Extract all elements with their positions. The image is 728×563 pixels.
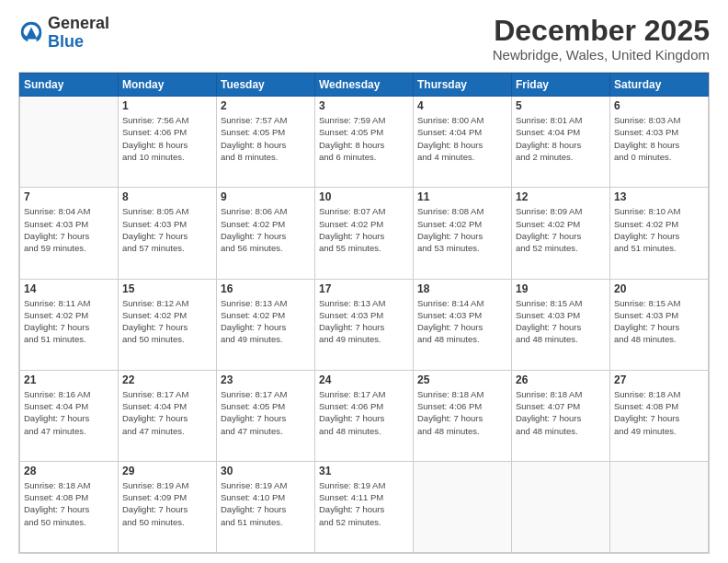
day-info: Sunrise: 8:18 AMSunset: 4:07 PMDaylight:… — [516, 388, 606, 437]
day-number: 12 — [516, 190, 606, 203]
header-thursday: Thursday — [414, 74, 512, 97]
table-row: 27Sunrise: 8:18 AMSunset: 4:08 PMDayligh… — [610, 370, 709, 461]
table-row: 24Sunrise: 8:17 AMSunset: 4:06 PMDayligh… — [315, 370, 414, 461]
table-row: 25Sunrise: 8:18 AMSunset: 4:06 PMDayligh… — [414, 370, 512, 461]
day-number: 19 — [516, 282, 606, 295]
day-info: Sunrise: 8:09 AMSunset: 4:02 PMDaylight:… — [516, 205, 606, 254]
table-row: 19Sunrise: 8:15 AMSunset: 4:03 PMDayligh… — [512, 279, 610, 370]
day-number: 25 — [417, 373, 507, 386]
day-info: Sunrise: 8:15 AMSunset: 4:03 PMDaylight:… — [614, 297, 704, 346]
day-number: 31 — [319, 465, 409, 477]
day-info: Sunrise: 8:10 AMSunset: 4:02 PMDaylight:… — [614, 205, 704, 254]
header-friday: Friday — [512, 74, 610, 97]
day-number: 20 — [614, 282, 704, 295]
table-row — [610, 461, 709, 552]
day-info: Sunrise: 7:56 AMSunset: 4:06 PMDaylight:… — [122, 114, 212, 163]
header-sunday: Sunday — [20, 74, 119, 97]
table-row: 5Sunrise: 8:01 AMSunset: 4:04 PMDaylight… — [512, 97, 610, 188]
day-number: 17 — [319, 282, 409, 295]
day-info: Sunrise: 8:00 AMSunset: 4:04 PMDaylight:… — [417, 114, 507, 163]
table-row — [20, 97, 119, 188]
day-number: 8 — [122, 190, 212, 203]
table-row: 10Sunrise: 8:07 AMSunset: 4:02 PMDayligh… — [315, 188, 414, 279]
day-number: 24 — [319, 373, 409, 386]
table-row: 17Sunrise: 8:13 AMSunset: 4:03 PMDayligh… — [315, 279, 414, 370]
day-number: 22 — [122, 373, 212, 386]
table-row: 18Sunrise: 8:14 AMSunset: 4:03 PMDayligh… — [414, 279, 512, 370]
logo: General Blue — [18, 15, 109, 52]
logo-icon — [18, 20, 44, 46]
table-row: 7Sunrise: 8:04 AMSunset: 4:03 PMDaylight… — [20, 188, 119, 279]
table-row: 2Sunrise: 7:57 AMSunset: 4:05 PMDaylight… — [217, 97, 315, 188]
day-info: Sunrise: 8:17 AMSunset: 4:06 PMDaylight:… — [319, 388, 409, 437]
logo-text: General Blue — [48, 15, 109, 52]
day-info: Sunrise: 8:15 AMSunset: 4:03 PMDaylight:… — [516, 297, 606, 346]
header-monday: Monday — [119, 74, 217, 97]
table-row: 3Sunrise: 7:59 AMSunset: 4:05 PMDaylight… — [315, 97, 414, 188]
table-row: 13Sunrise: 8:10 AMSunset: 4:02 PMDayligh… — [610, 188, 709, 279]
day-info: Sunrise: 8:01 AMSunset: 4:04 PMDaylight:… — [516, 114, 606, 163]
day-number: 5 — [516, 99, 606, 112]
table-row: 1Sunrise: 7:56 AMSunset: 4:06 PMDaylight… — [119, 97, 217, 188]
day-number: 9 — [221, 190, 311, 203]
table-row: 20Sunrise: 8:15 AMSunset: 4:03 PMDayligh… — [610, 279, 709, 370]
day-info: Sunrise: 8:13 AMSunset: 4:03 PMDaylight:… — [319, 297, 409, 346]
table-row: 15Sunrise: 8:12 AMSunset: 4:02 PMDayligh… — [119, 279, 217, 370]
table-row — [512, 461, 610, 552]
header-tuesday: Tuesday — [217, 74, 315, 97]
day-number: 18 — [417, 282, 507, 295]
table-row: 8Sunrise: 8:05 AMSunset: 4:03 PMDaylight… — [119, 188, 217, 279]
header: General Blue December 2025 Newbridge, Wa… — [18, 15, 710, 63]
header-saturday: Saturday — [610, 74, 709, 97]
day-number: 23 — [221, 373, 311, 386]
table-row: 26Sunrise: 8:18 AMSunset: 4:07 PMDayligh… — [512, 370, 610, 461]
day-number: 6 — [614, 99, 704, 112]
day-info: Sunrise: 7:57 AMSunset: 4:05 PMDaylight:… — [221, 114, 311, 163]
day-info: Sunrise: 8:19 AMSunset: 4:10 PMDaylight:… — [221, 479, 311, 528]
table-row: 28Sunrise: 8:18 AMSunset: 4:08 PMDayligh… — [20, 461, 119, 552]
title-block: December 2025 Newbridge, Wales, United K… — [493, 15, 710, 63]
day-info: Sunrise: 8:03 AMSunset: 4:03 PMDaylight:… — [614, 114, 704, 163]
day-number: 3 — [319, 99, 409, 112]
day-info: Sunrise: 8:08 AMSunset: 4:02 PMDaylight:… — [417, 205, 507, 254]
day-info: Sunrise: 8:13 AMSunset: 4:02 PMDaylight:… — [221, 297, 311, 346]
table-row: 29Sunrise: 8:19 AMSunset: 4:09 PMDayligh… — [119, 461, 217, 552]
table-row: 4Sunrise: 8:00 AMSunset: 4:04 PMDaylight… — [414, 97, 512, 188]
day-number: 4 — [417, 99, 507, 112]
table-row: 6Sunrise: 8:03 AMSunset: 4:03 PMDaylight… — [610, 97, 709, 188]
table-row — [414, 461, 512, 552]
day-number: 16 — [221, 282, 311, 295]
day-info: Sunrise: 8:12 AMSunset: 4:02 PMDaylight:… — [122, 297, 212, 346]
table-row: 11Sunrise: 8:08 AMSunset: 4:02 PMDayligh… — [414, 188, 512, 279]
day-info: Sunrise: 8:07 AMSunset: 4:02 PMDaylight:… — [319, 205, 409, 254]
day-number: 2 — [221, 99, 311, 112]
location: Newbridge, Wales, United Kingdom — [493, 47, 710, 63]
day-info: Sunrise: 8:17 AMSunset: 4:04 PMDaylight:… — [122, 388, 212, 437]
calendar: Sunday Monday Tuesday Wednesday Thursday… — [18, 72, 710, 554]
day-number: 30 — [221, 465, 311, 477]
day-info: Sunrise: 8:06 AMSunset: 4:02 PMDaylight:… — [221, 205, 311, 254]
day-number: 11 — [417, 190, 507, 203]
day-number: 1 — [122, 99, 212, 112]
calendar-header-row: Sunday Monday Tuesday Wednesday Thursday… — [20, 74, 709, 97]
day-number: 10 — [319, 190, 409, 203]
day-info: Sunrise: 8:16 AMSunset: 4:04 PMDaylight:… — [24, 388, 114, 437]
day-number: 27 — [614, 373, 704, 386]
day-info: Sunrise: 8:11 AMSunset: 4:02 PMDaylight:… — [24, 297, 114, 346]
table-row: 23Sunrise: 8:17 AMSunset: 4:05 PMDayligh… — [217, 370, 315, 461]
table-row: 14Sunrise: 8:11 AMSunset: 4:02 PMDayligh… — [20, 279, 119, 370]
day-number: 14 — [24, 282, 114, 295]
table-row: 21Sunrise: 8:16 AMSunset: 4:04 PMDayligh… — [20, 370, 119, 461]
day-number: 28 — [24, 465, 114, 477]
header-wednesday: Wednesday — [315, 74, 414, 97]
table-row: 9Sunrise: 8:06 AMSunset: 4:02 PMDaylight… — [217, 188, 315, 279]
day-info: Sunrise: 8:18 AMSunset: 4:08 PMDaylight:… — [614, 388, 704, 437]
table-row: 12Sunrise: 8:09 AMSunset: 4:02 PMDayligh… — [512, 188, 610, 279]
month-title: December 2025 — [493, 15, 710, 47]
day-info: Sunrise: 8:17 AMSunset: 4:05 PMDaylight:… — [221, 388, 311, 437]
day-number: 29 — [122, 465, 212, 477]
day-info: Sunrise: 7:59 AMSunset: 4:05 PMDaylight:… — [319, 114, 409, 163]
day-info: Sunrise: 8:19 AMSunset: 4:09 PMDaylight:… — [122, 479, 212, 528]
day-info: Sunrise: 8:19 AMSunset: 4:11 PMDaylight:… — [319, 479, 409, 528]
day-number: 7 — [24, 190, 114, 203]
